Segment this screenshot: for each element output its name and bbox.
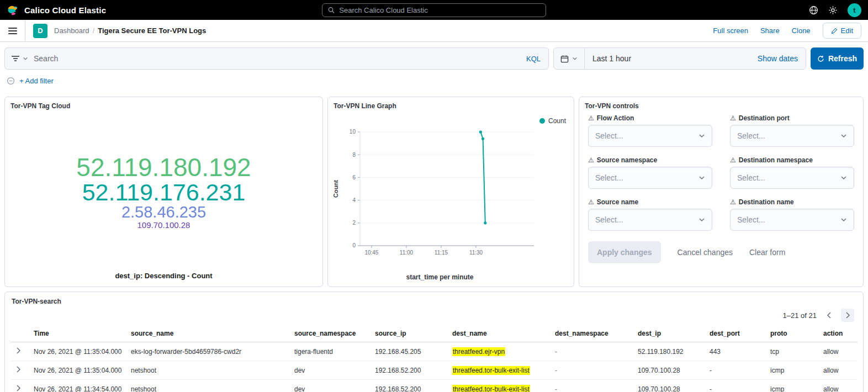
menu-button[interactable] xyxy=(0,20,25,41)
column-header-dest-ip[interactable]: dest_ip xyxy=(633,325,705,342)
expand-row-icon[interactable] xyxy=(16,366,21,373)
prev-page-button[interactable] xyxy=(822,309,835,322)
filter-menu-icon[interactable] xyxy=(7,77,15,85)
cell-source-namespace: tigera-fluentd xyxy=(290,342,371,361)
breadcrumb-dashboard[interactable]: Dashboard xyxy=(54,27,89,35)
column-header-dest-namespace[interactable]: dest_namespace xyxy=(551,325,633,342)
control-select[interactable]: Select... xyxy=(588,167,712,189)
chevron-down-icon xyxy=(698,216,705,223)
select-placeholder: Select... xyxy=(595,173,623,182)
global-search[interactable] xyxy=(322,3,546,17)
clear-form-button[interactable]: Clear form xyxy=(749,248,785,257)
search-results-panel: Tor-VPN-search 1–21 of 21 Timesource_nam… xyxy=(4,292,864,392)
tag-cloud-caption: dest_ip: Descending - Count xyxy=(5,272,322,287)
column-header-time[interactable]: Time xyxy=(29,325,126,342)
pagination: 1–21 of 21 xyxy=(10,306,858,325)
cell-dest-namespace: - xyxy=(551,342,633,361)
control-field-label: Destination namespace xyxy=(739,156,813,164)
cell-time: Nov 26, 2021 @ 11:35:04.000 xyxy=(29,361,126,380)
clone-link[interactable]: Clone xyxy=(792,27,811,35)
cell-action: allow xyxy=(819,342,858,361)
controls-buttons: Apply changes Cancel changes Clear form xyxy=(588,241,854,263)
warning-icon: ⚠ xyxy=(730,157,736,163)
share-link[interactable]: Share xyxy=(760,27,780,35)
app-title: Calico Cloud Elastic xyxy=(24,6,106,15)
full-screen-link[interactable]: Full screen xyxy=(713,27,748,35)
time-range-value[interactable]: Last 1 hour xyxy=(585,54,639,63)
kql-toggle[interactable]: KQL xyxy=(518,55,548,63)
tag-cloud: 52.119.180.192 52.119.176.231 2.58.46.23… xyxy=(5,112,322,272)
control-field-label: Source namespace xyxy=(597,156,657,164)
cancel-changes-button[interactable]: Cancel changes xyxy=(678,248,733,257)
settings-icon[interactable] xyxy=(828,6,838,15)
control-field: ⚠ Destination namespace Select... xyxy=(730,156,854,189)
refresh-button[interactable]: Refresh xyxy=(811,47,864,70)
cell-proto: tcp xyxy=(766,342,819,361)
chevron-down-icon xyxy=(23,56,28,61)
calendar-icon xyxy=(560,55,569,63)
cell-source-namespace: dev xyxy=(290,380,371,392)
cell-proto: icmp xyxy=(766,380,819,392)
expand-row-icon[interactable] xyxy=(16,385,21,391)
svg-text:11:30: 11:30 xyxy=(469,250,483,256)
column-header-action[interactable]: action xyxy=(819,325,858,342)
expand-row-icon[interactable] xyxy=(16,347,21,354)
column-header-proto[interactable]: proto xyxy=(766,325,819,342)
user-avatar[interactable]: t xyxy=(848,3,861,17)
column-header-source-ip[interactable]: source_ip xyxy=(371,325,448,342)
pagination-label: 1–21 of 21 xyxy=(783,311,817,320)
search-input[interactable] xyxy=(34,54,518,63)
cell-source-namespace: dev xyxy=(290,361,371,380)
tag-cloud-word[interactable]: 52.119.180.192 xyxy=(76,155,251,181)
chevron-left-icon xyxy=(827,312,832,319)
select-placeholder: Select... xyxy=(595,215,623,224)
date-quick-select-button[interactable] xyxy=(554,48,585,69)
cell-dest-namespace: - xyxy=(551,361,633,380)
chevron-down-icon xyxy=(698,133,705,139)
panel-title: Tor-VPN Line Graph xyxy=(328,97,574,112)
control-select[interactable]: Select... xyxy=(588,125,712,147)
apply-changes-button[interactable]: Apply changes xyxy=(588,241,661,263)
globe-icon[interactable] xyxy=(809,6,818,15)
cell-action: allow xyxy=(819,361,858,380)
chevron-down-icon xyxy=(698,174,705,181)
tag-cloud-word[interactable]: 2.58.46.235 xyxy=(121,204,206,221)
svg-text:2: 2 xyxy=(352,220,356,226)
kql-search-box: KQL xyxy=(4,47,549,70)
next-page-button[interactable] xyxy=(841,309,854,322)
warning-icon: ⚠ xyxy=(730,115,736,121)
svg-text:10: 10 xyxy=(350,129,356,135)
breadcrumb: Dashboard / Tigera Secure EE Tor-VPN Log… xyxy=(54,27,206,35)
cell-dest-namespace: - xyxy=(551,380,633,392)
y-axis-label: Count xyxy=(332,181,339,198)
table-row: Nov 26, 2021 @ 11:35:04.000 eks-log-forw… xyxy=(10,342,858,361)
chevron-down-icon xyxy=(840,133,847,139)
select-placeholder: Select... xyxy=(595,131,623,140)
tag-cloud-word[interactable]: 52.119.176.231 xyxy=(82,181,246,205)
cell-source-name: eks-log-forwarder-5bd4659786-cwd2r xyxy=(126,342,290,361)
add-filter-link[interactable]: + Add filter xyxy=(19,77,54,85)
show-dates-link[interactable]: Show dates xyxy=(750,54,806,63)
svg-text:11:15: 11:15 xyxy=(435,250,448,256)
highlighted-dest-name: threatfeed.ejr-vpn xyxy=(452,347,505,356)
control-select[interactable]: Select... xyxy=(730,209,854,231)
saved-query-menu-button[interactable] xyxy=(5,48,34,69)
x-axis-label: start_time per minute xyxy=(328,272,574,287)
tag-cloud-word[interactable]: 109.70.100.28 xyxy=(137,221,190,229)
control-select[interactable]: Select... xyxy=(588,209,712,231)
control-select[interactable]: Select... xyxy=(730,167,854,189)
cell-source-name: netshoot xyxy=(126,380,290,392)
control-select[interactable]: Select... xyxy=(730,125,854,147)
cell-dest-port: - xyxy=(705,361,766,380)
edit-button[interactable]: Edit xyxy=(823,23,861,39)
control-field-label: Flow Action xyxy=(597,114,634,122)
svg-text:6: 6 xyxy=(352,174,356,181)
control-field: ⚠ Destination port Select... xyxy=(730,114,854,147)
column-header-source-name[interactable]: source_name xyxy=(126,325,290,342)
column-header-source-namespace[interactable]: source_namespace xyxy=(290,325,371,342)
global-search-input[interactable] xyxy=(339,6,540,14)
control-field: ⚠ Source name Select... xyxy=(588,198,712,231)
cell-dest-name: threatfeed.tor-bulk-exit-list xyxy=(448,380,551,392)
column-header-dest-port[interactable]: dest_port xyxy=(705,325,766,342)
column-header-dest-name[interactable]: dest_name xyxy=(448,325,551,342)
